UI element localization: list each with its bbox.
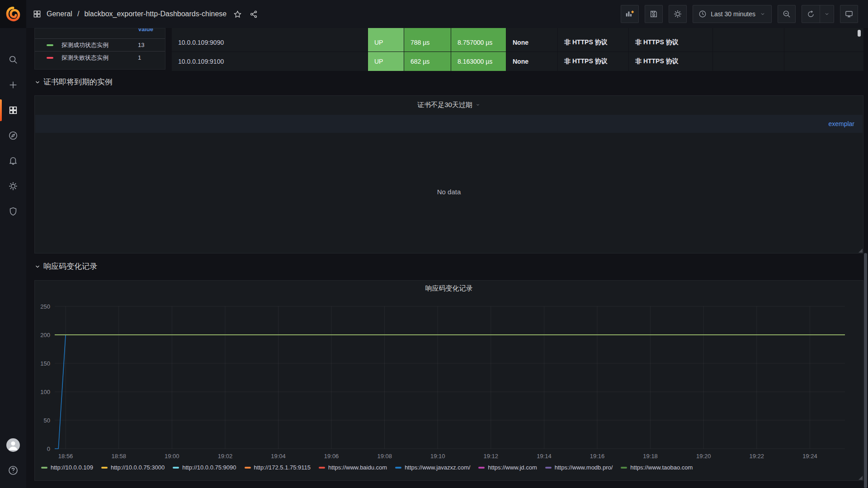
- sidebar-item-server-admin[interactable]: [0, 199, 26, 224]
- legend-label: 探测失败状态实例: [61, 54, 138, 62]
- cycle-view-button[interactable]: [840, 5, 858, 23]
- zoom-out-button[interactable]: [778, 5, 796, 23]
- exemplar-link[interactable]: exemplar: [828, 120, 854, 127]
- apps-grid-icon: [33, 9, 42, 19]
- svg-text:18:58: 18:58: [111, 453, 126, 460]
- table-scrollbar[interactable]: [858, 30, 861, 37]
- legend-swatch: [101, 467, 108, 469]
- refresh-interval-button[interactable]: [820, 5, 834, 23]
- cell-instance: 10.0.0.109:9100: [172, 52, 368, 71]
- sidebar-bottom: [0, 432, 26, 483]
- svg-text:19:20: 19:20: [696, 453, 711, 460]
- breadcrumb-dashboard-title[interactable]: blackbox_exporter-http-Dashboards-chines…: [84, 10, 226, 18]
- legend-swatch: [47, 44, 53, 46]
- section-response-codes[interactable]: 响应码变化记录: [34, 261, 97, 272]
- legend-swatch: [319, 467, 325, 469]
- cell-empty: [713, 52, 784, 71]
- share-icon[interactable]: [250, 10, 258, 19]
- sidebar-item-alerting[interactable]: [0, 148, 26, 174]
- svg-text:19:22: 19:22: [750, 453, 764, 460]
- svg-text:18:56: 18:56: [58, 453, 73, 460]
- explore-compass-icon: [8, 131, 18, 141]
- sidebar-item-help[interactable]: [0, 458, 26, 483]
- svg-text:100: 100: [40, 389, 50, 395]
- section-cert-expiry[interactable]: 证书即将到期的实例: [34, 77, 113, 87]
- cell-probe-duration: 682 µs: [404, 52, 451, 71]
- legend-series-label: https://www.javazxz.com/: [405, 464, 470, 471]
- legend-swatch: [621, 467, 627, 469]
- svg-text:19:10: 19:10: [430, 453, 445, 460]
- probe-table-panel: 10.0.0.109:9090 UP 788 µs 8.757000 µs No…: [172, 28, 863, 71]
- svg-text:19:14: 19:14: [537, 453, 552, 460]
- cell-empty: [784, 52, 863, 71]
- legend-swatch: [41, 467, 47, 469]
- table-row[interactable]: 10.0.0.109:9100 UP 682 µs 8.163000 µs No…: [172, 52, 863, 71]
- svg-text:19:16: 19:16: [590, 453, 605, 460]
- dashboard-settings-button[interactable]: [669, 5, 687, 23]
- legend-swatch: [478, 467, 485, 469]
- sidebar-item-dashboards[interactable]: [0, 98, 26, 123]
- legend-item[interactable]: https://www.javazxz.com/: [395, 464, 470, 471]
- chevron-down-icon: [34, 263, 41, 270]
- grafana-logo-icon: [5, 6, 21, 22]
- probe-status-legend-panel: Value 探测成功状态实例 13 探测失败状态实例 1: [34, 28, 165, 70]
- legend-series-label: http://10.0.0.75:9090: [182, 464, 236, 471]
- cell-http-version: 非 HTTPS 协议: [558, 28, 629, 52]
- time-range-picker[interactable]: Last 30 minutes: [693, 5, 772, 23]
- legend-item[interactable]: http://10.0.0.109: [41, 464, 93, 471]
- breadcrumb-folder[interactable]: General: [47, 10, 72, 18]
- svg-text:19:00: 19:00: [165, 453, 179, 460]
- legend-swatch: [47, 57, 53, 59]
- dashboards-grid-icon: [8, 105, 18, 115]
- refresh-button[interactable]: [802, 5, 820, 23]
- svg-text:50: 50: [44, 417, 50, 424]
- chevron-down-icon: [760, 11, 766, 17]
- legend-item[interactable]: https://www.modb.pro/: [545, 464, 613, 471]
- search-icon: [8, 55, 18, 65]
- svg-text:19:12: 19:12: [484, 453, 499, 460]
- response-code-chart-panel: 响应码变化记录 05010015020025018:5618:5819:0019…: [34, 280, 863, 481]
- legend-swatch: [173, 467, 179, 469]
- legend-item[interactable]: http://10.0.0.75:9090: [173, 464, 236, 471]
- sidebar-item-explore[interactable]: [0, 123, 26, 148]
- sidebar-item-profile[interactable]: [0, 432, 26, 458]
- legend-item[interactable]: https://www.baidu.com: [319, 464, 387, 471]
- legend-row-failure[interactable]: 探测失败状态实例 1: [35, 51, 165, 64]
- time-range-label: Last 30 minutes: [711, 10, 755, 18]
- svg-text:19:18: 19:18: [643, 453, 658, 460]
- legend-row-success[interactable]: 探测成功状态实例 13: [35, 38, 165, 51]
- cell-status: UP: [368, 52, 404, 71]
- grafana-dashboard: General / blackbox_exporter-http-Dashboa…: [0, 0, 868, 488]
- svg-text:19:06: 19:06: [324, 453, 339, 460]
- sidebar: [0, 0, 26, 488]
- cell-http-version: 非 HTTPS 协议: [558, 52, 629, 71]
- save-dashboard-button[interactable]: [645, 5, 663, 23]
- table-row[interactable]: 10.0.0.109:9090 UP 788 µs 8.757000 µs No…: [172, 28, 863, 52]
- add-panel-button[interactable]: [621, 5, 639, 23]
- cell-probe-duration: 788 µs: [404, 28, 451, 52]
- grafana-logo[interactable]: [0, 0, 26, 28]
- alerting-bell-icon: [8, 156, 18, 166]
- active-indicator: [0, 99, 2, 121]
- star-icon[interactable]: [233, 10, 242, 19]
- sidebar-item-create[interactable]: [0, 72, 26, 98]
- legend-item[interactable]: https://www.taobao.com: [621, 464, 693, 471]
- sidebar-item-configuration[interactable]: [0, 174, 26, 199]
- cell-tls-version: 非 HTTPS 协议: [629, 28, 713, 52]
- panel-resize-handle[interactable]: [859, 476, 863, 480]
- svg-text:0: 0: [47, 446, 50, 452]
- cell-empty: [784, 28, 863, 52]
- sidebar-item-search[interactable]: [0, 47, 26, 72]
- clock-icon: [698, 10, 707, 18]
- legend-item[interactable]: http://172.5.1.75:9115: [245, 464, 311, 471]
- breadcrumb: General / blackbox_exporter-http-Dashboa…: [33, 9, 258, 19]
- panel-header[interactable]: 证书不足30天过期: [35, 96, 863, 114]
- response-code-chart[interactable]: 05010015020025018:5618:5819:0019:0219:04…: [35, 281, 863, 461]
- page-scrollbar[interactable]: [864, 253, 867, 488]
- legend-item[interactable]: https://www.jd.com: [478, 464, 537, 471]
- legend-item[interactable]: http://10.0.0.75:3000: [101, 464, 165, 471]
- configuration-gear-icon: [8, 181, 18, 191]
- legend-series-label: http://172.5.1.75:9115: [254, 464, 311, 471]
- add-panel-icon: [625, 9, 635, 19]
- panel-resize-handle[interactable]: [859, 249, 863, 253]
